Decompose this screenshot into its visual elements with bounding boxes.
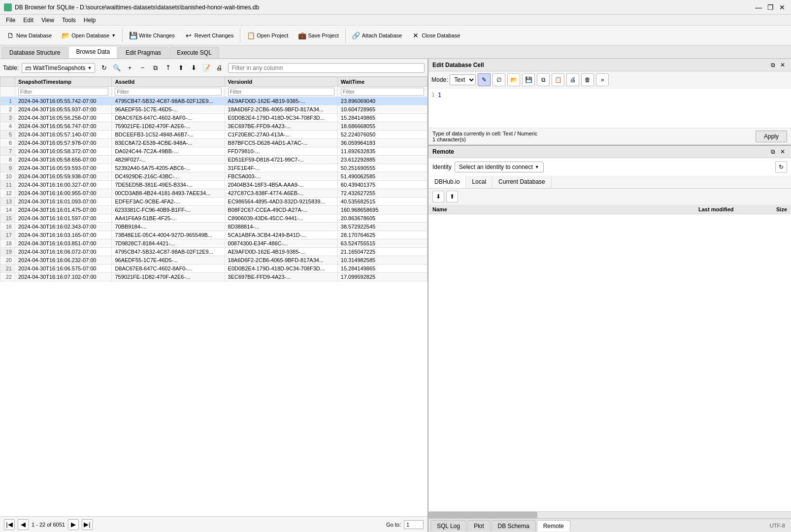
- cell-version[interactable]: AE9AFD0D-162E-4B19-9385-...: [225, 97, 337, 105]
- filter-asset-input[interactable]: [115, 88, 221, 96]
- identity-select[interactable]: Select an identity to connect ▼: [455, 162, 544, 172]
- cell-snapshot[interactable]: 2024-04-30T16:16:07.102-07:00: [15, 273, 112, 281]
- cell-snapshot[interactable]: 2024-04-30T16:05:56.258-07:00: [15, 114, 112, 122]
- cell-wait[interactable]: 11.692632835: [337, 147, 427, 156]
- cell-wait[interactable]: 63.524755515: [337, 239, 427, 248]
- cell-version[interactable]: E0D0B2E4-179D-418D-9C34-708F3D...: [225, 265, 337, 273]
- filter-snapshot[interactable]: [15, 87, 112, 97]
- remote-upload-button[interactable]: ⬆: [446, 191, 458, 202]
- cell-wait[interactable]: 18.686668055: [337, 122, 427, 131]
- cell-snapshot[interactable]: 2024-04-30T16:16:06.575-07:00: [15, 265, 112, 273]
- attach-database-button[interactable]: 🔗 Attach Database: [348, 29, 406, 42]
- remote-scrollbar[interactable]: [428, 511, 791, 518]
- cell-snapshot[interactable]: 2024-04-30T16:16:01.093-07:00: [15, 198, 112, 206]
- cell-snapshot[interactable]: 2024-04-30T16:16:06.072-07:00: [15, 248, 112, 256]
- cell-asset[interactable]: 83EC8A72-E539-4CBE-948A-...: [112, 139, 225, 147]
- menu-edit[interactable]: Edit: [19, 16, 37, 25]
- cell-version[interactable]: 8D388814-...: [225, 223, 337, 231]
- cell-version[interactable]: AE9AFD0D-162E-4B19-9385-...: [225, 248, 337, 256]
- cell-version[interactable]: FFD79810-...: [225, 147, 337, 156]
- cell-asset[interactable]: 759021FE-1D82-470F-A2E6-...: [112, 122, 225, 131]
- table-row[interactable]: 7 2024-04-30T16:05:58.372-07:00 DA024C44…: [0, 147, 428, 156]
- filter-version-input[interactable]: [228, 88, 334, 96]
- cell-wait[interactable]: 10.314982585: [337, 256, 427, 265]
- cell-snapshot[interactable]: 2024-04-30T16:05:58.656-07:00: [15, 156, 112, 164]
- close-database-button[interactable]: ✕ Close Database: [407, 29, 464, 42]
- filter-wait[interactable]: [337, 87, 427, 97]
- close-button[interactable]: ✕: [777, 2, 787, 12]
- cell-wait[interactable]: 23.612292885: [337, 156, 427, 164]
- prev-page-button[interactable]: ◀: [18, 519, 29, 530]
- mode-select[interactable]: Text: [450, 74, 476, 85]
- table-row[interactable]: 8 2024-04-30T16:05:58.656-07:00 4829F027…: [0, 156, 428, 164]
- identity-refresh-button[interactable]: ↻: [775, 161, 787, 173]
- tab-database-structure[interactable]: Database Structure: [2, 47, 67, 58]
- cell-snapshot[interactable]: 2024-04-30T16:05:57.978-07:00: [15, 139, 112, 147]
- cell-import-button[interactable]: 📂: [507, 73, 520, 86]
- remote-tab-dbhubio[interactable]: DBHub.io: [428, 176, 466, 188]
- cell-copy-button[interactable]: ⧉: [537, 73, 550, 86]
- cell-asset[interactable]: D8AC67E8-647C-4602-8AF0-...: [112, 265, 225, 273]
- goto-input[interactable]: [404, 520, 424, 529]
- open-project-button[interactable]: 📋 Open Project: [242, 29, 293, 42]
- new-database-button[interactable]: 🗋 New Database: [2, 29, 56, 42]
- cell-version[interactable]: 31FE1E4F-...: [225, 164, 337, 172]
- first-page-button[interactable]: |◀: [4, 519, 15, 530]
- bottom-tab-plot[interactable]: Plot: [467, 520, 491, 532]
- table-row[interactable]: 13 2024-04-30T16:16:01.093-07:00 EDFEF3A…: [0, 198, 428, 206]
- cell-asset[interactable]: D8AC67E8-647C-4602-8AF0-...: [112, 114, 225, 122]
- cell-version[interactable]: C8906039-43D6-45CC-9441-...: [225, 214, 337, 223]
- cell-wait[interactable]: 23.896069040: [337, 97, 427, 105]
- cell-version[interactable]: E0D0B2E4-179D-418D-9C34-708F3D...: [225, 114, 337, 122]
- cell-version[interactable]: B08F2C67-CCEA-49CD-A27A-...: [225, 206, 337, 214]
- table-row[interactable]: 10 2024-04-30T16:05:59.938-07:00 DC4929D…: [0, 172, 428, 181]
- cell-more-button[interactable]: »: [596, 73, 609, 86]
- edit-cell-detach-button[interactable]: ⧉: [768, 61, 777, 69]
- cell-wait[interactable]: 36.059964183: [337, 139, 427, 147]
- table-row[interactable]: 14 2024-04-30T16:16:01.475-07:00 6233381…: [0, 206, 428, 214]
- tab-browse-data[interactable]: Browse Data: [68, 46, 117, 58]
- next-page-button[interactable]: ▶: [68, 519, 79, 530]
- bottom-tab-remote[interactable]: Remote: [537, 520, 570, 532]
- menu-view[interactable]: View: [37, 16, 58, 25]
- remote-file-list[interactable]: [428, 214, 791, 511]
- revert-changes-button[interactable]: ↩ Revert Changes: [180, 29, 238, 42]
- menu-tools[interactable]: Tools: [58, 16, 80, 25]
- new-record-button[interactable]: +: [124, 62, 135, 74]
- col-wait-time[interactable]: WaitTime: [337, 77, 427, 87]
- save-project-button[interactable]: 💼 Save Project: [294, 29, 343, 42]
- last-page-button[interactable]: ▶|: [82, 519, 93, 530]
- tab-edit-pragmas[interactable]: Edit Pragmas: [118, 47, 168, 58]
- table-row[interactable]: 5 2024-04-30T16:05:57.140-07:00 BDCEEFB3…: [0, 131, 428, 139]
- print-button[interactable]: 🖨: [213, 62, 225, 74]
- table-row[interactable]: 12 2024-04-30T16:16:00.955-07:00 00CD3AB…: [0, 189, 428, 198]
- table-selector[interactable]: 🗃 WaitTimeSnapshots ▼: [22, 63, 95, 73]
- edit-cell-close-button[interactable]: ✕: [778, 61, 787, 69]
- remote-tab-current-db[interactable]: Current Database: [493, 176, 552, 188]
- filter-snapshot-input[interactable]: [18, 88, 108, 96]
- cell-print-button[interactable]: 🖨: [566, 73, 579, 86]
- cell-asset[interactable]: 759021FE-1D82-470F-A2E6-...: [112, 273, 225, 281]
- cell-version[interactable]: 427C87C3-838F-4774-A6EB-...: [225, 189, 337, 198]
- cell-wait[interactable]: 15.284149865: [337, 265, 427, 273]
- cell-snapshot[interactable]: 2024-04-30T16:16:03.851-07:00: [15, 239, 112, 248]
- cell-null-button[interactable]: ∅: [493, 73, 505, 86]
- cell-edit-button[interactable]: ✎: [478, 73, 491, 86]
- cell-asset[interactable]: 7D9828C7-8184-4421-...: [112, 239, 225, 248]
- cell-asset[interactable]: 6233381C-FC96-40B9-B1FF-...: [112, 206, 225, 214]
- table-row[interactable]: 2 2024-04-30T16:05:55.937-07:00 96AEDF55…: [0, 105, 428, 114]
- cell-snapshot[interactable]: 2024-04-30T16:16:03.165-07:00: [15, 231, 112, 239]
- remote-detach-button[interactable]: ⧉: [768, 147, 777, 156]
- cell-wait[interactable]: 160.968658695: [337, 206, 427, 214]
- cell-version[interactable]: 18A6D6F2-2CB6-4065-9BFD-817A34...: [225, 105, 337, 114]
- bottom-tab-db-schema[interactable]: DB Schema: [492, 520, 536, 532]
- table-row[interactable]: 18 2024-04-30T16:16:03.851-07:00 7D9828C…: [0, 239, 428, 248]
- cell-export-button[interactable]: 💾: [522, 73, 535, 86]
- table-row[interactable]: 16 2024-04-30T16:16:02.343-07:00 70BB918…: [0, 223, 428, 231]
- minimize-button[interactable]: —: [754, 2, 763, 12]
- cell-snapshot[interactable]: 2024-04-30T16:16:00.327-07:00: [15, 181, 112, 189]
- cell-wait[interactable]: 60.439401375: [337, 181, 427, 189]
- cell-snapshot[interactable]: 2024-04-30T16:05:55.742-07:00: [15, 97, 112, 105]
- table-row[interactable]: 4 2024-04-30T16:05:56.747-07:00 759021FE…: [0, 122, 428, 131]
- cell-version[interactable]: 00874300-E34F-486C-...: [225, 239, 337, 248]
